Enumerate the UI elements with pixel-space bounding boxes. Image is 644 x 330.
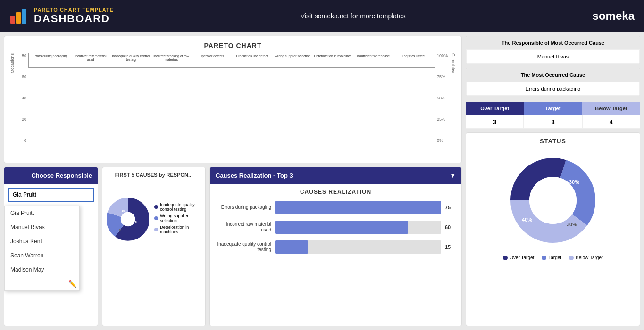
donut-container: 30% 40% 30% Over Target Target B [471, 148, 635, 260]
cause-bar-fill-0 [275, 201, 441, 214]
pareto-chart-title: PARETO CHART [10, 42, 456, 50]
legend-item-2: Deterioration in machines [154, 225, 201, 234]
svg-text:30%: 30% [567, 222, 577, 227]
over-target-header: Over Target [466, 102, 524, 115]
dropdown-item-joshua[interactable]: Joshua Kent [5, 234, 79, 248]
right-panel: The Responsible of Most Occurred Cause M… [466, 36, 640, 326]
bar-group: Operator defects [192, 53, 231, 67]
svg-rect-2 [22, 9, 26, 24]
dropdown-footer: ✏️ [5, 277, 79, 290]
bar-group: Insufficient warehouse [354, 53, 393, 67]
legend-over-label: Over Target [510, 255, 534, 260]
bar-group: Deterioration in machines [313, 53, 352, 67]
cause-bar-track-1 [275, 221, 441, 234]
first5-title: FIRST 5 CAUSES by RESPON... [107, 172, 201, 178]
header: PARETO CHART TEMPLATE DASHBOARD Visit so… [0, 0, 644, 32]
svg-point-6 [121, 212, 135, 226]
status-col-below: Below Target 4 [582, 102, 640, 129]
cause-bar-track-0 [275, 201, 441, 214]
y-axis-right-label: Cumulative [451, 53, 456, 74]
legend-below-target: Below Target [569, 255, 603, 260]
legend-dot-over [503, 256, 508, 260]
donut-chart: 30% 40% 30% [492, 148, 614, 252]
cause-bar-row-1: Incorrect raw material used 60 [215, 221, 457, 234]
legend-dot-below [569, 256, 574, 260]
target-value: 3 [524, 115, 582, 129]
y-axis-left-label: Occasions [10, 53, 15, 73]
legend-dot-1 [154, 216, 158, 220]
dropdown-item-madison[interactable]: Madison May [5, 263, 79, 277]
cause-value-1: 60 [445, 224, 457, 230]
svg-text:40%: 40% [522, 217, 532, 223]
dropdown-item-gia[interactable]: Gia Pruitt [5, 206, 79, 220]
dropdown-item-manuel[interactable]: Manuel Rivas [5, 220, 79, 234]
responsible-dropdown: Gia Pruitt Manuel Rivas Joshua Kent Sean… [4, 206, 80, 291]
bar-group: Inadequate quality control testing [111, 53, 151, 67]
legend-item-0: Inadequate quality control testing [154, 202, 201, 212]
choose-responsible-card: Choose Responsible Gia Pruitt Manuel Riv… [4, 167, 98, 326]
status-col-over: Over Target 3 [466, 102, 524, 129]
logo-icon [9, 7, 28, 25]
status-chart-title: STATUS [471, 138, 635, 145]
bar-group: Errors during packaging [31, 53, 70, 67]
causes-realization-header: Causes Realization - Top 3 ▼ [210, 167, 461, 184]
legend-below-label: Below Target [576, 255, 603, 260]
bottom-left: Choose Responsible Gia Pruitt Manuel Riv… [4, 167, 206, 326]
someka-link[interactable]: someka.net [315, 12, 349, 20]
cause-bar-row-0: Errors during packaging 75 [215, 201, 457, 214]
bar-group: Incorrect raw material used [71, 53, 110, 67]
y-axis-right: 100% 75% 50% 25% 0% [435, 53, 449, 157]
responsible-label: The Responsible of Most Occurred Cause [466, 36, 640, 50]
most-occurred-value: Errors during packaging [466, 82, 640, 96]
choose-responsible-header: Choose Responsible [4, 167, 98, 184]
header-center-text: Visit [301, 12, 315, 20]
edit-icon[interactable]: ✏️ [68, 280, 76, 288]
cause-bar-row-2: Inadequate quality control testing 15 [215, 240, 457, 254]
pie-area: 15 5 5 Inadequate quality control testin… [107, 182, 201, 257]
status-col-target: Target 3 [524, 102, 582, 129]
legend-dot-2 [154, 228, 158, 231]
legend-over-target: Over Target [503, 255, 534, 260]
causes-subtitle: CAUSES REALIZATION [215, 189, 457, 195]
pareto-chart-card: PARETO CHART Occasions 80 60 40 20 0 [4, 36, 462, 163]
status-chart-card: STATUS 30% 40% 30% [466, 132, 640, 326]
responsible-input[interactable] [8, 188, 94, 202]
cause-label-2: Inadequate quality control testing [215, 241, 271, 253]
responsible-card: The Responsible of Most Occurred Cause M… [466, 36, 640, 64]
below-target-header: Below Target [582, 102, 640, 115]
chart-area: Occasions 80 60 40 20 0 [10, 53, 456, 157]
header-center: Visit someka.net for more templates [301, 12, 406, 20]
y-axis-left: 80 60 40 20 0 [17, 53, 28, 157]
chart-wrapper: Errors during packaging Incorrect raw ma… [28, 53, 435, 157]
below-target-value: 4 [582, 115, 640, 129]
cause-value-0: 75 [445, 205, 457, 210]
cause-bar-fill-1 [275, 221, 408, 234]
legend-dot-target [542, 256, 546, 260]
cause-bar-fill-2 [275, 240, 308, 254]
chart-inner: Errors during packaging Incorrect raw ma… [28, 53, 435, 68]
header-left: PARETO CHART TEMPLATE DASHBOARD [9, 7, 114, 25]
cause-label-1: Incorrect raw material used [215, 222, 271, 233]
bars-row: Errors during packaging Incorrect raw ma… [29, 53, 435, 67]
legend-dot-0 [154, 205, 158, 209]
bar-group: Production line defect [233, 53, 272, 67]
pie-legend: Inadequate quality control testing Wrong… [154, 202, 201, 236]
causes-realization-content: CAUSES REALIZATION Errors during packagi… [210, 184, 461, 265]
bar-group: Logistics Defect [394, 53, 433, 67]
pie-chart: 15 5 5 [107, 189, 149, 250]
cause-bar-track-2 [275, 240, 441, 254]
cause-value-2: 15 [445, 244, 457, 250]
legend-target: Target [542, 255, 561, 260]
first5-causes-card: FIRST 5 CAUSES by RESPON... [102, 167, 206, 326]
responsible-value: Manuel Rivas [466, 50, 640, 64]
bar-group: Incorrect stocking of raw materials [152, 53, 191, 67]
main-content: PARETO CHART Occasions 80 60 40 20 0 [0, 32, 644, 330]
bottom-row: Choose Responsible Gia Pruitt Manuel Riv… [4, 167, 462, 326]
legend-item-1: Wrong supplier selection [154, 214, 201, 223]
brand-logo: someka [593, 9, 635, 23]
causes-dropdown-icon[interactable]: ▼ [450, 172, 456, 179]
dropdown-item-sean[interactable]: Sean Warren [5, 248, 79, 263]
header-titles: PARETO CHART TEMPLATE DASHBOARD [34, 7, 114, 25]
svg-text:15: 15 [122, 209, 125, 212]
svg-rect-1 [16, 12, 21, 24]
